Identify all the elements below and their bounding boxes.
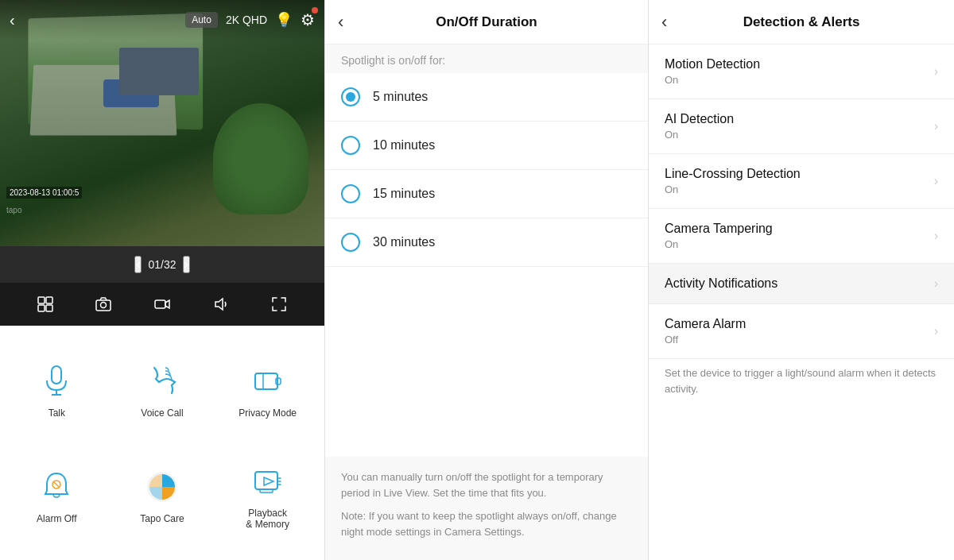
grid-icon: [37, 295, 54, 313]
motion-detection-chevron: ›: [934, 64, 938, 79]
svg-rect-17: [260, 489, 273, 492]
grid-button[interactable]: [31, 290, 60, 319]
right-panel-header: ‹ Detection & Alerts: [649, 0, 954, 44]
record-icon: [153, 295, 171, 313]
camera-tampering-name: Camera Tampering: [665, 222, 773, 236]
svg-rect-1: [46, 297, 52, 303]
camera-alarm-status: Off: [665, 334, 746, 346]
option-15min[interactable]: 15 minutes: [325, 170, 648, 218]
activity-notifications-left: Activity Notifications: [665, 276, 778, 291]
fullscreen-icon: [270, 295, 288, 313]
info-text-1: You can manually turn on/off the spotlig…: [341, 469, 632, 500]
timestamp: 2023-08-13 01:00:5: [6, 187, 82, 199]
playback-next-button[interactable]: ›: [183, 256, 190, 273]
line-crossing-status: On: [665, 183, 801, 195]
camera-tampering-chevron: ›: [934, 229, 938, 243]
playback-memory-icon: [248, 462, 288, 501]
tapo-care-icon: [142, 467, 182, 507]
radio-15min: [341, 184, 360, 203]
talk-icon: [37, 361, 76, 401]
svg-line-14: [53, 481, 60, 488]
talk-action[interactable]: Talk: [8, 342, 106, 439]
info-box: You can manually turn on/off the spotlig…: [325, 457, 648, 560]
playback-bar: ‹ 01/32 ›: [0, 246, 324, 283]
privacy-mode-icon: [248, 361, 288, 401]
motion-detection-status: On: [665, 74, 760, 86]
camera-controls: Auto 2K QHD 💡 ⚙: [185, 10, 315, 29]
line-crossing-name: Line-Crossing Detection: [665, 167, 801, 181]
fullscreen-button[interactable]: [265, 290, 293, 319]
screenshot-button[interactable]: [89, 290, 118, 319]
car: [103, 79, 159, 107]
camera-tampering-item[interactable]: Camera Tampering On ›: [649, 209, 954, 264]
middle-panel: ‹ On/Off Duration Spotlight is on/off fo…: [324, 0, 649, 560]
voice-call-icon: [142, 361, 182, 401]
motion-detection-item[interactable]: Motion Detection On ›: [649, 44, 954, 99]
alarm-off-action[interactable]: Alarm Off: [8, 447, 106, 545]
playback-memory-action[interactable]: Playback & Memory: [219, 447, 316, 545]
volume-button[interactable]: [207, 290, 235, 319]
middle-back-button[interactable]: ‹: [338, 12, 343, 33]
camera-back-button[interactable]: ‹: [10, 11, 15, 29]
camera-tampering-left: Camera Tampering On: [665, 222, 773, 250]
activity-notifications-name: Activity Notifications: [665, 276, 778, 291]
camera-view: ‹ Auto 2K QHD 💡 ⚙ 2023-08-13 01:00:5 tap…: [0, 0, 324, 246]
middle-panel-header: ‹ On/Off Duration: [325, 0, 648, 44]
privacy-mode-label: Privacy Mode: [238, 407, 297, 419]
line-crossing-item[interactable]: Line-Crossing Detection On ›: [649, 154, 954, 209]
middle-panel-title: On/Off Duration: [436, 14, 537, 30]
tapo-care-label: Tapo Care: [140, 513, 184, 524]
ai-detection-item[interactable]: AI Detection On ›: [649, 99, 954, 154]
playback-counter: 01/32: [148, 258, 176, 271]
camera-alarm-name: Camera Alarm: [665, 317, 746, 331]
quick-actions: Talk Voice Call P: [0, 326, 324, 560]
spotlight-subtitle: Spotlight is on/off for:: [325, 44, 648, 73]
alarm-off-label: Alarm Off: [37, 513, 76, 524]
playback-memory-label: Playback & Memory: [246, 508, 289, 530]
alarm-off-icon: [37, 467, 76, 507]
option-15min-label: 15 minutes: [373, 187, 435, 201]
radio-30min: [341, 233, 360, 252]
motion-detection-name: Motion Detection: [665, 57, 760, 71]
ai-detection-status: On: [665, 129, 734, 141]
auto-badge: Auto: [185, 12, 218, 28]
tree: [213, 103, 308, 214]
tapo-care-action[interactable]: Tapo Care: [114, 447, 211, 545]
right-back-button[interactable]: ‹: [661, 12, 667, 33]
option-10min-label: 10 minutes: [373, 138, 435, 153]
gear-icon[interactable]: ⚙: [301, 10, 315, 29]
line-crossing-left: Line-Crossing Detection On: [665, 167, 801, 195]
camera-tampering-status: On: [665, 238, 773, 250]
svg-point-5: [101, 303, 107, 308]
option-30min[interactable]: 30 minutes: [325, 218, 648, 267]
svg-rect-0: [38, 297, 45, 303]
activity-notifications-item[interactable]: Activity Notifications ›: [649, 264, 954, 304]
right-panel: ‹ Detection & Alerts Motion Detection On…: [649, 0, 954, 560]
camera-top-bar: ‹ Auto 2K QHD 💡 ⚙: [0, 0, 324, 40]
playback-prev-button[interactable]: ‹: [134, 256, 142, 273]
right-panel-title: Detection & Alerts: [743, 14, 860, 30]
camera-alarm-chevron: ›: [934, 324, 938, 338]
camera-icon: [95, 295, 112, 313]
svg-rect-10: [255, 373, 277, 389]
svg-rect-2: [38, 305, 45, 311]
bulb-icon[interactable]: 💡: [275, 11, 293, 29]
option-10min[interactable]: 10 minutes: [325, 122, 648, 170]
camera-alarm-left: Camera Alarm Off: [665, 317, 746, 346]
left-panel: ‹ Auto 2K QHD 💡 ⚙ 2023-08-13 01:00:5 tap…: [0, 0, 324, 560]
record-button[interactable]: [148, 290, 176, 319]
talk-label: Talk: [48, 407, 65, 419]
radio-5min: [341, 87, 360, 106]
camera-alarm-item[interactable]: Camera Alarm Off ›: [649, 304, 954, 359]
privacy-mode-action[interactable]: Privacy Mode: [219, 342, 316, 439]
radio-10min: [341, 136, 360, 155]
svg-rect-16: [255, 472, 277, 489]
option-5min[interactable]: 5 minutes: [325, 73, 648, 122]
option-5min-label: 5 minutes: [373, 90, 428, 104]
svg-rect-7: [52, 366, 61, 384]
ai-detection-name: AI Detection: [665, 112, 734, 126]
voice-call-action[interactable]: Voice Call: [114, 342, 211, 439]
resolution-text: 2K QHD: [226, 14, 267, 26]
duration-options: 5 minutes 10 minutes 15 minutes 30 minut…: [325, 73, 648, 457]
svg-rect-3: [46, 305, 52, 311]
